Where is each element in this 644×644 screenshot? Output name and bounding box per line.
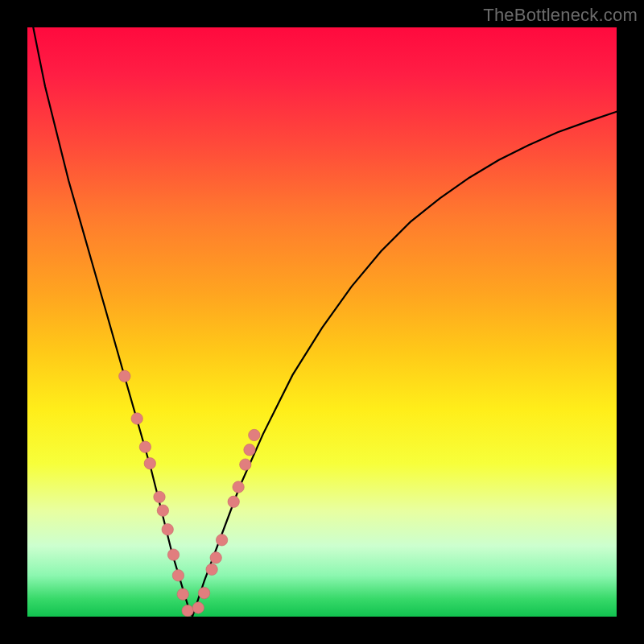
- data-marker: [249, 429, 260, 440]
- chart-svg: [27, 27, 617, 617]
- marker-group: [119, 370, 260, 617]
- data-marker: [144, 458, 155, 469]
- data-marker: [244, 444, 255, 456]
- data-marker: [182, 605, 193, 617]
- data-marker: [240, 459, 251, 470]
- data-marker: [233, 481, 244, 493]
- data-marker: [177, 588, 188, 600]
- data-marker: [131, 413, 142, 424]
- data-marker: [228, 496, 239, 507]
- data-marker: [216, 535, 227, 546]
- data-marker: [167, 549, 179, 560]
- data-marker: [210, 552, 221, 564]
- data-marker: [198, 588, 209, 599]
- plot-area: [27, 27, 617, 617]
- outer-frame: TheBottleneck.com: [0, 0, 644, 644]
- data-marker: [139, 441, 151, 452]
- data-marker: [119, 370, 130, 382]
- data-marker: [192, 602, 204, 613]
- data-marker: [162, 524, 173, 535]
- bottleneck-curve: [27, 27, 617, 617]
- watermark-text: TheBottleneck.com: [483, 5, 638, 26]
- data-marker: [154, 491, 165, 502]
- data-marker: [206, 564, 217, 575]
- data-marker: [172, 570, 184, 581]
- data-marker: [157, 505, 168, 516]
